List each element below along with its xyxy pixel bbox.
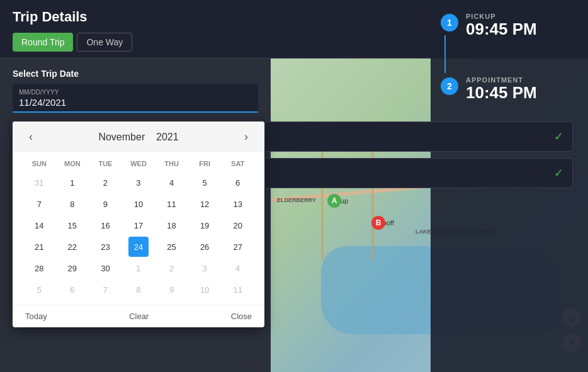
appointment-label: APPOINTMENT: [466, 76, 537, 84]
cal-cell[interactable]: 11: [228, 279, 248, 300]
dropoff-marker-group: Dropoff B: [371, 219, 394, 227]
cal-cell[interactable]: 4: [162, 172, 182, 193]
select-trip-date-label: Select Trip Date: [13, 69, 258, 79]
cal-cell[interactable]: 12: [195, 194, 215, 214]
appointment-time: 10:45 PM: [466, 84, 537, 102]
cal-cell[interactable]: 26: [195, 237, 215, 257]
cal-cell[interactable]: 1: [128, 258, 149, 278]
calendar-footer: Today Clear Close: [13, 305, 264, 327]
calendar-days-header: SUN MON TUE WED THU FRI SAT: [23, 157, 254, 170]
day-sun: SUN: [23, 157, 56, 170]
one-way-button[interactable]: One Way: [77, 33, 132, 52]
calendar-header: ‹ November 2021 ›: [13, 121, 264, 152]
cal-cell[interactable]: 19: [195, 215, 215, 235]
calendar-popup: ‹ November 2021 › SUN MON TUE WED THU: [13, 121, 264, 327]
cal-cell[interactable]: 8: [128, 279, 149, 300]
cal-cell[interactable]: 4: [228, 258, 248, 278]
round-trip-button[interactable]: Round Trip: [13, 33, 73, 52]
cal-cell[interactable]: 28: [29, 258, 49, 278]
day-sat: SAT: [221, 157, 254, 170]
cal-cell-selected[interactable]: 24: [128, 237, 149, 257]
cal-week-6: 5 6 7 8 9 10 11: [23, 279, 254, 300]
appointment-info: 2 APPOINTMENT 10:45 PM: [441, 76, 578, 102]
check-icon-2: ✓: [554, 166, 563, 180]
cal-cell[interactable]: 6: [62, 279, 82, 300]
cal-cell[interactable]: 9: [95, 194, 115, 214]
cal-week-2: 7 8 9 10 11 12 13: [23, 194, 254, 214]
cal-cell[interactable]: 17: [128, 215, 149, 235]
cal-cell[interactable]: 2: [95, 172, 115, 193]
cal-cell[interactable]: 27: [228, 237, 248, 257]
cal-cell[interactable]: 11: [162, 194, 182, 214]
cal-cell[interactable]: 3: [195, 258, 215, 278]
cal-cell[interactable]: 6: [228, 172, 248, 193]
cal-cell[interactable]: 1: [62, 172, 82, 193]
calendar-grid: SUN MON TUE WED THU FRI SAT 31 1 2: [13, 152, 264, 305]
cal-cell[interactable]: 7: [95, 279, 115, 300]
calendar-next-button[interactable]: ›: [240, 130, 252, 144]
day-fri: FRI: [188, 157, 222, 170]
input-fields-area: ✓ ✓: [264, 121, 573, 194]
cal-cell[interactable]: 23: [95, 237, 115, 257]
main-content: Select Trip Date MM/DD/YYYY 11/24/2021 ‹…: [0, 59, 588, 372]
cal-cell[interactable]: 15: [62, 215, 82, 235]
cal-cell[interactable]: 10: [195, 279, 215, 300]
cal-cell[interactable]: 31: [29, 172, 49, 193]
day-tue: TUE: [89, 157, 122, 170]
cal-cell[interactable]: 8: [62, 194, 82, 214]
input-field-2[interactable]: ✓: [264, 158, 573, 188]
cal-cell[interactable]: 22: [62, 237, 82, 257]
cal-cell[interactable]: 30: [95, 258, 115, 278]
marker-a: A: [327, 194, 341, 208]
cal-cell[interactable]: 10: [128, 194, 149, 214]
cal-cell[interactable]: 20: [228, 215, 248, 235]
info-panel: 1 PICKUP 09:45 PM 2 APPOINTMENT 10:45 PM: [431, 59, 588, 372]
cal-cell[interactable]: 18: [162, 215, 182, 235]
marker-b: B: [371, 216, 385, 230]
cal-cell[interactable]: 29: [62, 258, 82, 278]
date-placeholder: MM/DD/YYYY: [19, 89, 252, 96]
calendar-year: 2021: [156, 132, 179, 142]
cal-week-3: 14 15 16 17 18 19 20: [23, 215, 254, 235]
cal-cell[interactable]: 2: [162, 258, 182, 278]
page-container: Trip Details Round Trip One Way Select T…: [0, 0, 588, 372]
calendar-prev-button[interactable]: ‹: [25, 130, 37, 144]
check-icon-1: ✓: [554, 130, 563, 144]
cal-cell[interactable]: 25: [162, 237, 182, 257]
calendar-close-button[interactable]: Close: [231, 312, 252, 321]
appointment-details: APPOINTMENT 10:45 PM: [466, 76, 537, 102]
day-mon: MON: [56, 157, 89, 170]
calendar-clear-button[interactable]: Clear: [129, 312, 149, 321]
date-value: 11/24/2021: [19, 97, 252, 108]
cal-cell[interactable]: 14: [29, 215, 49, 235]
cal-cell[interactable]: 5: [29, 279, 49, 300]
cal-week-5: 28 29 30 1 2 3 4: [23, 258, 254, 278]
date-input-wrapper[interactable]: MM/DD/YYYY 11/24/2021: [13, 84, 258, 113]
cal-cell[interactable]: 5: [195, 172, 215, 193]
map-label-elderberry: ELDERBERRY: [277, 197, 316, 203]
day-thu: THU: [155, 157, 188, 170]
cal-cell[interactable]: 13: [228, 194, 248, 214]
cal-cell[interactable]: 16: [95, 215, 115, 235]
calendar-month: November: [98, 132, 145, 142]
cal-cell[interactable]: 9: [162, 279, 182, 300]
cal-cell[interactable]: 21: [29, 237, 49, 257]
calendar-weeks: 31 1 2 3 4 5 6 7 8 9: [23, 172, 254, 300]
cal-week-1: 31 1 2 3 4 5 6: [23, 172, 254, 193]
connector-line: [444, 59, 446, 73]
cal-week-4: 21 22 23 24 25 26 27: [23, 237, 254, 257]
cal-cell[interactable]: 7: [29, 194, 49, 214]
calendar-month-year: November 2021: [98, 132, 178, 143]
cal-cell[interactable]: 3: [128, 172, 149, 193]
appointment-number: 2: [441, 77, 458, 95]
input-field-1[interactable]: ✓: [264, 121, 573, 152]
pickup-marker-group: Pickup A: [327, 197, 348, 205]
left-panel: Select Trip Date MM/DD/YYYY 11/24/2021 ‹…: [0, 59, 271, 372]
calendar-today-button[interactable]: Today: [25, 312, 47, 321]
day-wed: WED: [122, 157, 155, 170]
